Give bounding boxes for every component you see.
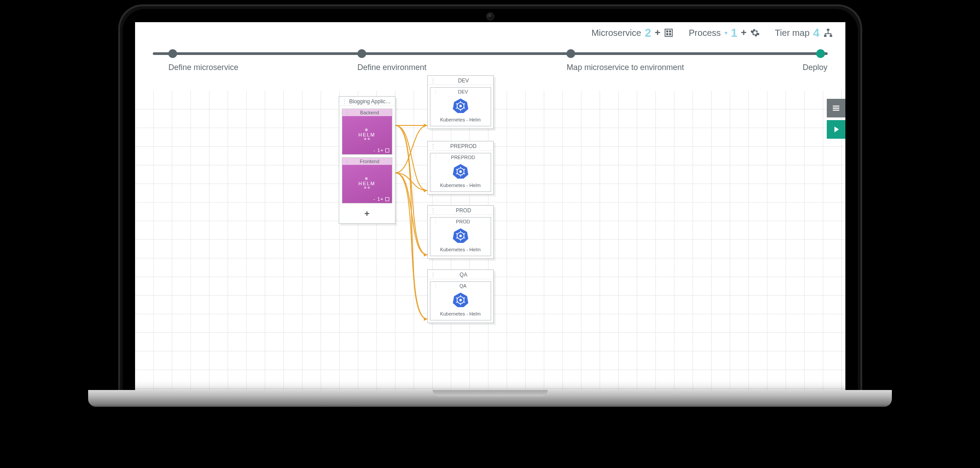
microservice-card-footer: - 1+ [373, 196, 389, 202]
svg-rect-2 [670, 31, 671, 32]
environment-card-prod[interactable]: ⋮PROD⋮PRODKubernetes - Helm [427, 205, 494, 259]
topbar-tiermap[interactable]: Tier map 4 [775, 26, 833, 40]
stepper-dot-0[interactable] [168, 49, 177, 58]
microservice-group-title: ⋮Blogging Applic… [339, 97, 395, 106]
environment-group-title: ⋮PREPROD [428, 141, 493, 151]
topbar-microservice[interactable]: Microservice 2 + [592, 26, 674, 40]
canvas[interactable]: ⋮Blogging Applic… ⋮Backend⎈HELM⎈ ⎈- 1+⋮F… [135, 91, 845, 390]
svg-rect-6 [824, 35, 826, 37]
topbar-tiermap-label: Tier map [775, 28, 810, 38]
helm-icon: ⎈HELM⎈ ⎈ [342, 176, 392, 190]
environment-card-preprod[interactable]: ⋮PREPROD⋮PREPRODKubernetes - Helm [427, 141, 494, 195]
svg-marker-15 [424, 317, 427, 321]
helm-icon: ⎈HELM⎈ ⎈ [342, 127, 392, 141]
environment-row-qa: ⋮QA⋮QAKubernetes - Helm+ [427, 290, 438, 302]
side-play-button[interactable] [827, 120, 845, 139]
environment-platform: Kubernetes - Helm [430, 116, 491, 123]
environment-inner[interactable]: ⋮DEVKubernetes - Helm [430, 87, 491, 126]
svg-rect-5 [827, 29, 829, 31]
laptop-base [88, 390, 891, 407]
topbar-process[interactable]: Process ▾ 1 + [689, 26, 760, 40]
environment-platform: Kubernetes - Helm [430, 310, 491, 317]
svg-rect-0 [665, 29, 673, 37]
stepper-label-3: Deploy [802, 63, 827, 72]
environment-card-dev[interactable]: ⋮DEV⋮DEVKubernetes - Helm [427, 75, 494, 129]
environment-name: ⋮PROD [430, 218, 491, 226]
microservice-card-header: ⋮Frontend [342, 158, 392, 165]
environment-inner[interactable]: ⋮QAKubernetes - Helm [430, 281, 491, 320]
topbar-process-label: Process [689, 28, 720, 38]
add-process-icon[interactable]: + [741, 27, 747, 39]
stepper-label-1: Define environment [357, 63, 426, 72]
camera-icon [486, 12, 494, 20]
app-screen: Microservice 2 + Process ▾ 1 + Tier map [135, 22, 845, 390]
kubernetes-icon [453, 292, 469, 308]
kubernetes-icon [453, 98, 469, 113]
topbar-tiermap-count: 4 [813, 26, 819, 40]
kubernetes-icon [453, 227, 469, 243]
environment-name: ⋮QA [430, 282, 491, 290]
environment-inner[interactable]: ⋮PRODKubernetes - Helm [430, 217, 491, 256]
environment-platform: Kubernetes - Helm [430, 246, 491, 253]
add-microservice-card[interactable]: + [339, 206, 395, 223]
microservice-group[interactable]: ⋮Blogging Applic… ⋮Backend⎈HELM⎈ ⎈- 1+⋮F… [339, 96, 395, 224]
map-icon[interactable] [823, 28, 833, 38]
svg-marker-12 [424, 124, 427, 127]
topbar-microservice-count: 2 [645, 26, 651, 40]
kubernetes-icon [453, 163, 469, 179]
gear-icon[interactable] [750, 28, 760, 38]
environment-group-title: ⋮DEV [428, 76, 493, 85]
environment-name: ⋮DEV [430, 88, 491, 96]
environment-inner[interactable]: ⋮PREPRODKubernetes - Helm [430, 153, 491, 192]
topbar-process-count: 1 [731, 26, 737, 40]
stepper-dot-2[interactable] [566, 49, 575, 58]
svg-marker-14 [424, 253, 427, 257]
top-bar: Microservice 2 + Process ▾ 1 + Tier map [135, 22, 845, 43]
laptop-frame: Microservice 2 + Process ▾ 1 + Tier map [118, 4, 862, 407]
microservice-card-header: ⋮Backend [342, 109, 392, 116]
environment-card-qa[interactable]: ⋮QA⋮QAKubernetes - Helm [427, 269, 494, 323]
stepper-label-0: Define microservice [168, 63, 238, 72]
caret-down-icon: ▾ [724, 29, 728, 36]
environment-row-preprod: ⋮PREPROD⋮PREPRODKubernetes - Helm+ [427, 162, 438, 173]
topbar-microservice-label: Microservice [592, 28, 641, 38]
microservice-card-frontend[interactable]: ⋮Frontend⎈HELM⎈ ⎈- 1+ [342, 157, 392, 203]
svg-marker-11 [834, 127, 839, 133]
svg-marker-13 [424, 189, 427, 192]
play-icon [831, 125, 841, 134]
side-menu-button[interactable] [827, 99, 845, 117]
stepper-label-2: Map microservice to environment [566, 63, 684, 72]
menu-icon [831, 103, 841, 113]
svg-rect-1 [667, 31, 668, 32]
stepper-track [153, 52, 828, 55]
environment-platform: Kubernetes - Helm [430, 182, 491, 189]
environment-group-title: ⋮QA [428, 270, 493, 279]
stepper-dot-1[interactable] [357, 49, 366, 58]
add-microservice-icon[interactable]: + [655, 27, 660, 39]
stepper-dot-3[interactable] [816, 49, 825, 58]
svg-rect-7 [829, 35, 832, 37]
microservice-card-backend[interactable]: ⋮Backend⎈HELM⎈ ⎈- 1+ [342, 109, 392, 155]
stepper: Define microserviceDefine environmentMap… [135, 48, 845, 74]
grid-icon[interactable] [664, 28, 674, 38]
environment-name: ⋮PREPROD [430, 153, 491, 161]
environment-group-title: ⋮PROD [428, 206, 493, 215]
svg-rect-3 [667, 34, 668, 35]
environment-row-dev: ⋮DEV⋮DEVKubernetes - Helm+ [427, 96, 438, 108]
svg-rect-4 [670, 34, 671, 35]
microservice-card-footer: - 1+ [373, 148, 389, 153]
environment-row-prod: ⋮PROD⋮PRODKubernetes - Helm+ [427, 226, 438, 238]
